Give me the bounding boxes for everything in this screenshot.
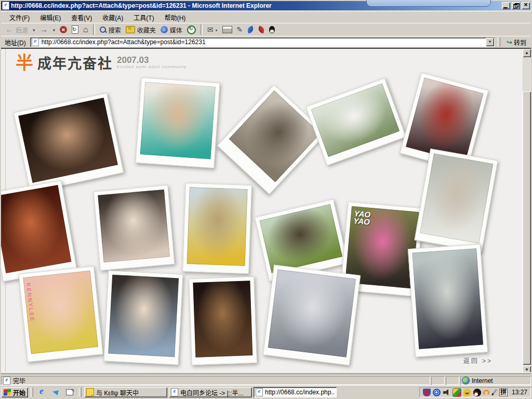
photo-headband-vest-store[interactable] [408, 244, 488, 357]
volume-tray-icon[interactable] [443, 389, 450, 396]
quick-launch [36, 388, 76, 397]
antivirus-tray-icon[interactable] [423, 389, 431, 396]
back-dropdown-button[interactable] [31, 25, 37, 34]
edit-icon [237, 25, 243, 34]
history-icon [187, 25, 196, 34]
refresh-button[interactable] [70, 24, 81, 35]
taskbar-grip[interactable] [31, 388, 33, 397]
menu-item-1[interactable]: 编辑(E) [35, 12, 66, 23]
status-pane: 完毕 [1, 376, 430, 385]
photo-two-friends-outdoor[interactable] [305, 78, 406, 166]
qq-button[interactable] [267, 25, 277, 34]
logo-subtitle: Excited semi-adult community [117, 64, 187, 69]
scrollbar-thumb[interactable] [523, 91, 531, 365]
ie-quicklaunch-icon[interactable] [38, 388, 47, 397]
back-link[interactable]: 返回 >> [463, 356, 493, 365]
photo-white-tee-store[interactable] [414, 149, 498, 252]
headset-tray-icon[interactable] [483, 390, 489, 396]
vertical-scrollbar[interactable] [523, 49, 531, 374]
address-input[interactable]: http://0668.cc/index.php?act=Attach&type… [30, 37, 495, 47]
qq-icon [269, 26, 275, 33]
photo-red-hair-closeup[interactable] [1, 180, 77, 282]
favorites-button[interactable]: 收藏夹 [124, 24, 158, 35]
mail-icon [207, 25, 214, 34]
site-logo: 半 成年亢奋社 2007.03 Excited semi-adult commu… [16, 55, 187, 73]
go-button[interactable]: 转到 [503, 37, 529, 47]
task-button-0[interactable]: 与 Kεllψ 聊天中 [84, 387, 167, 397]
photo-girl-peeking[interactable] [14, 93, 124, 193]
print-button[interactable] [220, 25, 234, 34]
internet-globe-icon [462, 377, 469, 384]
address-dropdown-button[interactable] [486, 38, 494, 46]
forward-dropdown-button[interactable] [51, 25, 58, 34]
photo-image-camcorder-guy [259, 204, 342, 273]
photo-earphones-guy[interactable] [217, 85, 327, 195]
scroll-down-button[interactable] [523, 366, 531, 374]
photo-boy-wings-teal[interactable] [135, 77, 220, 168]
photo-girl-yellow-ball[interactable] [182, 183, 252, 274]
stop-button[interactable] [58, 25, 69, 34]
background-window-edge [366, 0, 491, 7]
scroll-up-button[interactable] [523, 49, 531, 57]
forward-button[interactable] [38, 24, 50, 35]
ie-icon [171, 388, 178, 396]
media-icon [161, 26, 168, 33]
history-button[interactable] [185, 24, 198, 35]
title-bar[interactable]: http://0668.cc/index.php?act=Attach&type… [1, 1, 531, 10]
ie-document-icon [2, 2, 9, 10]
dropdown-arrow-icon [216, 26, 218, 33]
browser-viewport: 半 成年亢奋社 2007.03 Excited semi-adult commu… [1, 48, 531, 374]
search-button[interactable]: 搜索 [98, 24, 123, 35]
qq-tray-icon[interactable] [473, 389, 481, 396]
back-dropdown-icon [33, 26, 35, 33]
photo-glasses-guy[interactable] [189, 276, 257, 365]
thunder-button[interactable] [245, 25, 256, 34]
downloader-tray-icon[interactable] [463, 389, 471, 396]
menu-item-0[interactable]: 文件(F) [4, 12, 35, 23]
menu-bar: 文件(F)编辑(E)查看(V)收藏(A)工具(T)帮助(H) [1, 11, 531, 23]
photo-image-two-friends-outdoor [311, 83, 400, 157]
show-desktop-quicklaunch-icon[interactable] [65, 388, 74, 397]
favorites-label: 收藏夹 [137, 25, 156, 34]
task-button-area: 与 Kεllψ 聊天中电白同乡论坛 -> |::半...http://0668.… [84, 387, 337, 397]
signal-tray-icon[interactable] [433, 389, 441, 396]
task-label-1: 电白同乡论坛 -> |::半... [180, 388, 250, 397]
mail-button[interactable] [205, 24, 220, 35]
task-button-1[interactable]: 电白同乡论坛 -> |::半... [169, 387, 252, 397]
assistant-tray-icon[interactable] [453, 388, 461, 397]
home-button[interactable] [81, 24, 90, 35]
menu-item-3[interactable]: 收藏(A) [97, 12, 128, 23]
menu-item-5[interactable]: 帮助(H) [159, 12, 191, 23]
media-button[interactable]: 媒体 [158, 24, 184, 35]
ime-indicator[interactable]: 拼 [499, 389, 508, 396]
address-separator [498, 37, 500, 47]
task-button-2[interactable]: http://0668.cc/index.php... [254, 387, 337, 397]
flashget-icon [258, 25, 265, 33]
flashget-button[interactable] [256, 25, 267, 34]
status-text: 完毕 [13, 376, 25, 385]
menu-item-2[interactable]: 查看(V) [66, 12, 97, 23]
flashget-blue-quicklaunch-icon[interactable] [51, 388, 61, 397]
start-button[interactable]: 开始 [1, 387, 28, 397]
address-url-text: http://0668.cc/index.php?act=Attach&type… [42, 38, 483, 46]
minimize-button[interactable] [502, 2, 510, 9]
note-icon [86, 388, 94, 396]
restore-button[interactable] [512, 2, 520, 9]
taskbar-clock: 13:27 [512, 389, 527, 396]
standard-toolbar: 后退搜索收藏夹媒体 [1, 23, 531, 36]
close-button[interactable] [522, 2, 530, 9]
address-label: 地址(D) [3, 38, 28, 47]
tray-icons [423, 388, 497, 397]
media-label: 媒体 [170, 25, 182, 34]
pen-tray-icon[interactable] [491, 389, 497, 396]
status-bar: 完毕 Internet [1, 374, 531, 386]
menu-item-4[interactable]: 工具(T) [128, 12, 159, 23]
back-button[interactable]: 后退 [3, 24, 30, 35]
photo-denim-girl[interactable] [104, 270, 183, 365]
taskbar-grip[interactable] [79, 388, 82, 397]
photo-pale-girl[interactable] [94, 185, 175, 271]
photo-kennylee-face[interactable]: KENNYLEE [18, 266, 103, 362]
photo-hand-on-head-bw[interactable] [263, 264, 361, 365]
edit-button[interactable] [235, 24, 245, 35]
thunder-icon [247, 25, 255, 33]
